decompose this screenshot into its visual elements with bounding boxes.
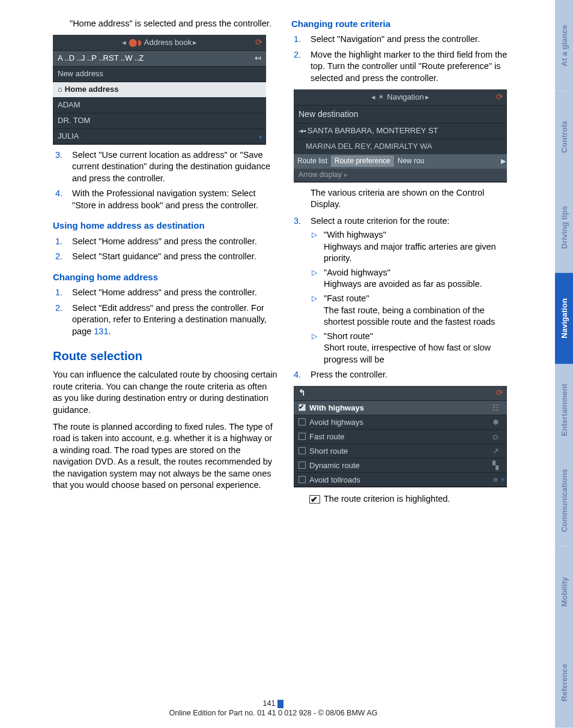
checkbox-icon	[299, 418, 306, 426]
cc-step-3: Select a route criterion for the route: …	[291, 215, 517, 366]
tab-new-route: New rou	[394, 156, 428, 166]
screenshot-address-book: ⬤◗ Address book ⟳ A ..D ..J ..P ..RST ..…	[53, 35, 266, 145]
step-4: With the Professional navigation system:…	[53, 188, 278, 211]
screenshot-route-criteria: ↰ ⟳ With highways☷Avoid highways✱Fast ro…	[294, 386, 507, 487]
satellite-icon: ✶	[378, 92, 384, 103]
new-address-row: New address	[53, 66, 266, 82]
side-tab-at-a-glance[interactable]: At a glance	[555, 0, 573, 91]
left-column: "Home address" is selected and press the…	[53, 18, 278, 505]
option-icon: ↗	[489, 446, 502, 457]
side-tab-entertainment[interactable]: Entertainment	[555, 364, 573, 456]
refresh-icon: ⟳	[496, 91, 503, 103]
arrow-display-row: Arrow display	[294, 169, 507, 182]
criteria-row: Fast routeѻ	[294, 429, 507, 444]
option-icon: ☷	[489, 403, 502, 414]
highlighted-note: The route criterion is highlighted.	[309, 493, 517, 505]
criteria-row: Dynamic route▚	[294, 458, 507, 472]
home-icon	[58, 84, 65, 95]
criteria-label: Avoid highways	[309, 417, 489, 428]
scroll-right-icon: ▶	[501, 157, 506, 166]
heading-change-criteria: Changing route criteria	[291, 18, 517, 30]
right-column: Changing route criteria Select "Navigati…	[291, 18, 517, 505]
side-tabs: At a glanceControlsDriving tipsNavigatio…	[555, 0, 573, 728]
change-home-step-1: Select "Home address" and press the cont…	[53, 287, 278, 299]
criteria-label: Fast route	[309, 432, 489, 442]
page-footer: 141 Online Edition for Part no. 01 41 0 …	[0, 699, 547, 717]
checkbox-icon	[299, 433, 306, 440]
option-icon: ѻ	[489, 432, 502, 442]
contact-row: DR. TOM	[53, 113, 266, 128]
page-number: 141	[263, 699, 276, 708]
option-icon: ✱	[489, 417, 502, 428]
criteria-row: Short route↗	[294, 444, 507, 458]
criteria-label: Dynamic route	[309, 460, 489, 471]
criterion-item: "Avoid highways"Highways are avoided as …	[311, 267, 517, 290]
page-reference[interactable]: 131	[94, 326, 108, 336]
change-home-step-2: Select "Edit address" and press the cont…	[53, 302, 278, 338]
checkbox-icon	[299, 404, 306, 411]
page-marker-icon	[277, 700, 283, 708]
destination-row: MARINA DEL REY, ADMIRALTY WA	[294, 139, 507, 154]
criterion-item: "With highways"Highways and major traffi…	[311, 229, 517, 265]
heading-route-selection: Route selection	[53, 348, 278, 364]
use-home-step-2: Select "Start guidance" and press the co…	[53, 251, 278, 263]
checkbox-checked-icon	[309, 495, 320, 504]
back-icon: ↰	[299, 387, 306, 399]
cc-step-4: Press the controller.	[291, 369, 517, 381]
option-icon: ▚	[489, 460, 502, 471]
tab-bar: Route list Route preference New rou ▶	[294, 154, 507, 169]
alpha-row: A ..D ..J ..P ..RST ..W ..Z ↤	[53, 50, 266, 66]
screenshot-title: Navigation	[387, 92, 423, 103]
side-tab-driving-tips[interactable]: Driving tips	[555, 182, 573, 273]
option-icon: ≡	[489, 475, 502, 486]
criteria-label: Avoid tollroads	[309, 475, 489, 486]
side-tab-mobility[interactable]: Mobility	[555, 546, 573, 637]
contact-row: JULIA	[53, 128, 266, 144]
refresh-icon: ⟳	[255, 37, 262, 48]
criterion-item: "Short route"Short route, irrespective o…	[311, 331, 517, 366]
side-tab-navigation[interactable]: Navigation	[555, 273, 573, 364]
side-tab-controls[interactable]: Controls	[555, 91, 573, 182]
chevron-right-icon	[424, 92, 429, 103]
route-sel-para-2: The route is planned according to fixed …	[53, 421, 278, 492]
step-3: Select "Use current location as address"…	[53, 149, 278, 185]
criterion-item: "Fast route"The fast route, being a comb…	[311, 293, 517, 328]
criteria-row: Avoid tollroads≡	[294, 472, 507, 487]
use-home-step-1: Select "Home address" and press the cont…	[53, 236, 278, 248]
screenshot-navigation: ✶ Navigation ⟳ New destination SANTA BAR…	[294, 89, 507, 182]
checkbox-icon	[299, 447, 306, 454]
heading-use-home: Using home address as destination	[53, 220, 278, 232]
back-arrow-icon: ↤	[255, 53, 261, 64]
criteria-label: With highways	[309, 403, 489, 414]
contact-row: ADAM	[53, 97, 266, 113]
chevron-down-icon: ▾	[259, 133, 262, 142]
destination-arrow-icon	[299, 125, 308, 136]
chevron-left-icon	[371, 92, 378, 103]
checkbox-icon	[299, 476, 306, 483]
footer-line: Online Edition for Part no. 01 41 0 012 …	[169, 709, 378, 717]
home-address-row: Home address	[53, 82, 266, 97]
side-tab-communications[interactable]: Communications	[555, 455, 573, 546]
cc-step-1: Select "Navigation" and press the contro…	[291, 34, 517, 46]
criteria-row: Avoid highways✱	[294, 415, 507, 429]
destination-row: SANTA BARBARA, MONTERREY ST	[294, 123, 507, 139]
tab-route-list: Route list	[294, 156, 331, 166]
screenshot-title: Address book	[144, 37, 192, 48]
refresh-icon: ⟳	[496, 387, 503, 399]
heading-change-home: Changing home address	[53, 271, 278, 283]
criteria-row: With highways☷	[294, 400, 507, 415]
criteria-label: Short route	[309, 446, 489, 457]
cc-step-2: Move the highlight marker to the third f…	[291, 49, 517, 85]
new-destination-row: New destination	[294, 105, 507, 123]
route-sel-para-1: You can influence the calculated route b…	[53, 369, 278, 416]
side-tab-reference[interactable]: Reference	[555, 637, 573, 728]
tab-route-preference: Route preference	[331, 155, 394, 166]
chevron-left-icon	[122, 37, 129, 48]
chevron-right-icon	[192, 37, 197, 48]
chevron-down-icon: ▾	[501, 475, 505, 484]
car-icon: ⬤◗	[129, 37, 142, 48]
cc-after-2: The various criteria are shown on the Co…	[311, 187, 517, 211]
lead-in-text: "Home address" is selected and press the…	[53, 18, 278, 30]
checkbox-icon	[299, 462, 306, 469]
